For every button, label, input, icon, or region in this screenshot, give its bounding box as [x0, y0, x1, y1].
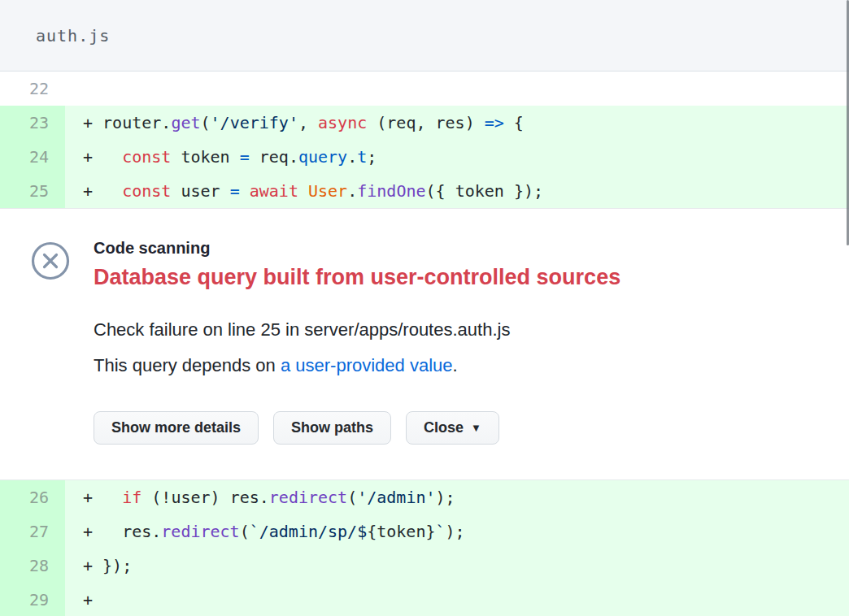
alert-tool-label: Code scanning — [94, 238, 816, 258]
code-token: { — [504, 113, 524, 132]
code-token: (!user) res. — [142, 488, 269, 507]
code-token: ); — [436, 488, 455, 507]
code-token: findOne — [357, 181, 425, 201]
line-number-cell[interactable]: 28 — [0, 549, 65, 583]
code-token: (req, res) — [367, 113, 485, 132]
code-token: + router. — [83, 113, 171, 132]
code-token: ( — [347, 488, 357, 507]
code-token: User — [308, 181, 347, 201]
diff-row: 24+ const token = req.query.t; — [0, 140, 849, 174]
code-token — [240, 181, 250, 201]
diff-row: 26+ if (!user) res.redirect('/admin'); — [0, 480, 849, 514]
code-token: + — [83, 147, 122, 167]
code-token: await — [250, 181, 298, 201]
code-token: + — [83, 488, 122, 507]
code-token: t — [357, 147, 367, 167]
code-cell — [65, 72, 849, 106]
code-token: => — [485, 113, 504, 132]
code-cell: + const token = req.query.t; — [65, 140, 849, 174]
code-scanning-alert: Code scanning Database query built from … — [0, 209, 849, 479]
code-token: ({ token }); — [426, 181, 544, 201]
diff-block-top: 2223+ router.get('/verify', async (req, … — [0, 72, 849, 209]
diff-row: 29+ — [0, 583, 849, 616]
line-number-cell[interactable]: 24 — [0, 140, 65, 174]
code-token: const — [122, 181, 171, 201]
code-token: + res. — [83, 522, 161, 541]
show-more-details-button[interactable]: Show more details — [94, 411, 259, 445]
line-number-cell[interactable]: 22 — [0, 72, 65, 106]
code-token: if — [122, 488, 142, 507]
code-token: token — [171, 147, 239, 167]
code-token: ( — [201, 113, 211, 132]
show-paths-label: Show paths — [291, 419, 373, 436]
code-cell: + }); — [65, 549, 849, 583]
code-token: redirect — [269, 488, 347, 507]
filename-label: auth.js — [36, 26, 110, 46]
code-token: + }); — [83, 556, 132, 575]
line-number-cell[interactable]: 26 — [0, 480, 65, 514]
alert-detail-line1: Check failure on line 25 in server/apps/… — [94, 320, 816, 340]
line-number-cell[interactable]: 25 — [0, 174, 65, 208]
code-token: req. — [250, 147, 298, 167]
code-token: + — [83, 590, 93, 609]
line-number-cell[interactable]: 23 — [0, 106, 65, 140]
file-header: auth.js — [0, 0, 849, 72]
alert-title: Database query built from user-controlle… — [94, 263, 816, 291]
line-number-cell[interactable]: 27 — [0, 514, 65, 549]
diff-row: 28+ }); — [0, 549, 849, 583]
code-cell: + const user = await User.findOne({ toke… — [65, 174, 849, 208]
code-token: get — [171, 113, 200, 132]
line-number-cell[interactable]: 29 — [0, 583, 65, 616]
code-token: = — [230, 181, 240, 201]
code-cell: + if (!user) res.redirect('/admin'); — [65, 480, 849, 514]
code-token: user — [171, 181, 229, 201]
code-token: redirect — [161, 522, 239, 541]
code-cell: + res.redirect(`/admin/sp/${token}`); — [65, 514, 849, 549]
alert-detail-line2: This query depends on a user-provided va… — [94, 356, 816, 375]
alert-buttons: Show more details Show paths Close▼ — [94, 411, 816, 445]
code-token: + — [83, 181, 122, 201]
user-provided-value-link[interactable]: a user-provided value — [281, 355, 453, 375]
code-token: , — [298, 113, 318, 132]
diff-row: 27+ res.redirect(`/admin/sp/${token}`); — [0, 514, 849, 549]
close-label: Close — [424, 419, 464, 436]
detail-line2-suffix: . — [453, 355, 458, 375]
code-cell: + router.get('/verify', async (req, res)… — [65, 106, 849, 140]
detail-line2-prefix: This query depends on — [94, 355, 281, 375]
close-button[interactable]: Close▼ — [406, 411, 499, 445]
code-token: . — [347, 147, 357, 167]
code-token: . — [347, 181, 357, 201]
diff-row: 22 — [0, 72, 849, 106]
code-token: ` — [436, 522, 446, 541]
x-circle-icon — [31, 241, 70, 284]
code-token: = — [240, 147, 250, 167]
code-token: {token} — [367, 522, 435, 541]
diff-row: 23+ router.get('/verify', async (req, re… — [0, 106, 849, 140]
code-token: async — [318, 113, 367, 132]
code-token: ; — [367, 147, 377, 167]
code-token: ( — [240, 522, 250, 541]
code-token: `/admin/sp/$ — [250, 522, 368, 541]
show-paths-button[interactable]: Show paths — [273, 411, 391, 445]
code-token: '/admin' — [357, 488, 435, 507]
diff-block-bottom: 26+ if (!user) res.redirect('/admin');27… — [0, 479, 849, 616]
code-token: query — [298, 147, 347, 167]
show-more-details-label: Show more details — [111, 419, 241, 436]
code-token — [298, 181, 308, 201]
diff-row: 25+ const user = await User.findOne({ to… — [0, 174, 849, 208]
caret-down-icon: ▼ — [471, 423, 481, 433]
code-cell: + — [65, 583, 849, 616]
code-token: const — [122, 147, 171, 167]
code-token: ); — [446, 522, 465, 541]
code-token: '/verify' — [211, 113, 298, 132]
